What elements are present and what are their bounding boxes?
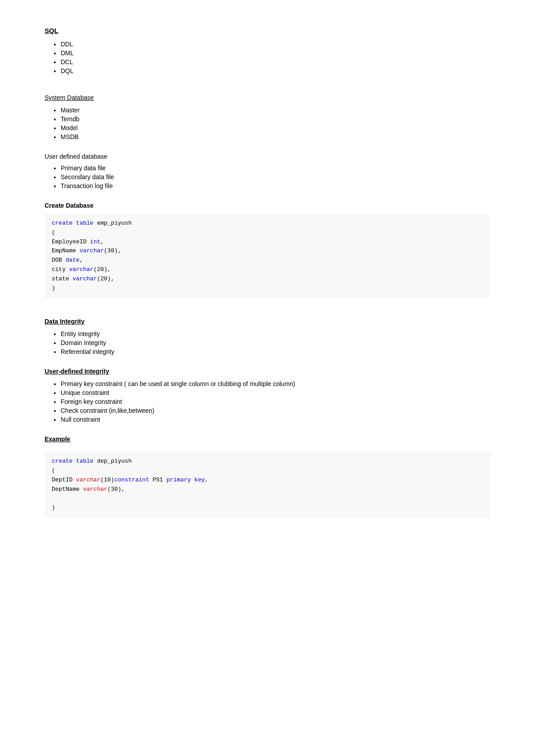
- sql-section: SQL DDL DML DCL DQL: [45, 27, 490, 74]
- list-item: Unique constraint: [61, 389, 490, 396]
- user-defined-integrity-list: Primary key constraint ( can be used at …: [45, 380, 490, 423]
- data-integrity-title: Data Integrity: [45, 318, 84, 325]
- list-item: Domain Integrity: [61, 339, 490, 346]
- system-database-list: Master Temdb Model MSDB: [45, 107, 490, 140]
- list-item: DQL: [61, 67, 490, 74]
- sql-list: DDL DML DCL DQL: [45, 41, 490, 74]
- sql-title: SQL: [45, 27, 490, 34]
- system-database-title: System Database: [45, 94, 490, 101]
- list-item: Check constraint (in,like,between): [61, 407, 490, 414]
- list-item: MSDB: [61, 133, 490, 140]
- example-title: Example: [45, 436, 70, 443]
- system-database-section: System Database Master Temdb Model MSDB: [45, 94, 490, 140]
- list-item: DDL: [61, 41, 490, 48]
- list-item: Transaction log file: [61, 182, 490, 189]
- list-item: DML: [61, 49, 490, 57]
- data-integrity-section: Data Integrity Entity integrity Domain I…: [45, 318, 490, 355]
- list-item: Primary key constraint ( can be used at …: [61, 380, 490, 387]
- list-item: Foreign key constraint: [61, 398, 490, 405]
- create-database-section: Create Database create table emp_piyush …: [45, 202, 490, 298]
- list-item: Primary data file: [61, 164, 490, 172]
- list-item: Master: [61, 107, 490, 114]
- user-defined-integrity-section: User-defined Integrity Primary key const…: [45, 368, 490, 423]
- list-item: Referential integrity: [61, 348, 490, 355]
- code-block-2: create table dep_piyush ( DeptID varchar…: [45, 452, 490, 518]
- list-item: DCL: [61, 58, 490, 66]
- code-block-1: create table emp_piyush ( EmployeeID int…: [45, 214, 490, 298]
- user-defined-db-label: User defined database: [45, 153, 490, 160]
- user-defined-integrity-title: User-defined Integrity: [45, 368, 109, 375]
- list-item: Model: [61, 124, 490, 131]
- list-item: Null constraint: [61, 416, 490, 423]
- create-database-title: Create Database: [45, 202, 490, 209]
- data-integrity-list: Entity integrity Domain Integrity Refere…: [45, 330, 490, 355]
- list-item: Secondary data file: [61, 173, 490, 181]
- user-defined-db-list: Primary data file Secondary data file Tr…: [45, 164, 490, 189]
- example-section: Example create table dep_piyush ( DeptID…: [45, 436, 490, 518]
- list-item: Temdb: [61, 115, 490, 123]
- list-item: Entity integrity: [61, 330, 490, 337]
- user-defined-db-section: User defined database Primary data file …: [45, 153, 490, 189]
